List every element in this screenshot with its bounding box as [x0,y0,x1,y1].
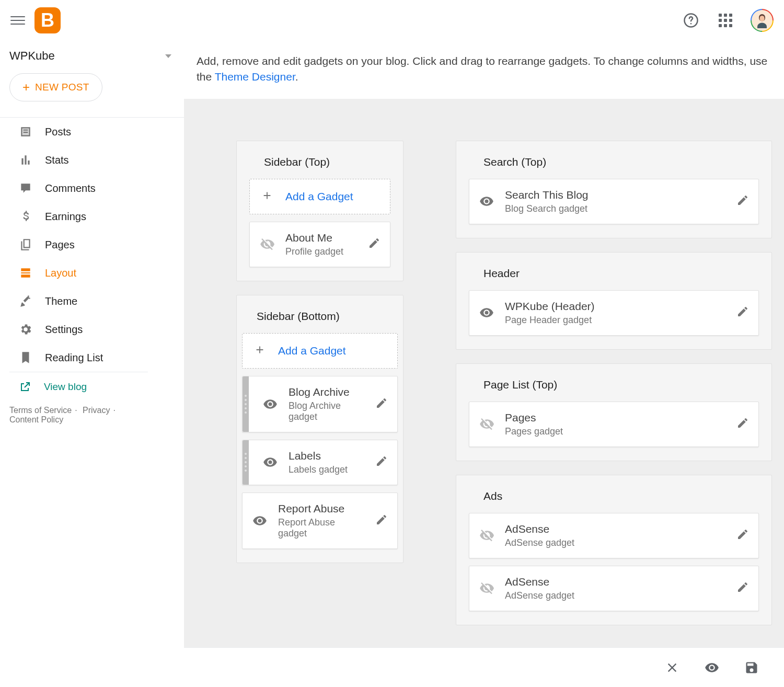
help-icon[interactable] [682,11,700,30]
nav-earnings[interactable]: Earnings [0,202,184,231]
gadget-title: AdSense [505,523,726,535]
edit-gadget-button[interactable] [736,528,749,543]
new-post-button[interactable]: + NEW POST [9,73,102,101]
edit-gadget-button[interactable] [375,455,388,470]
edit-gadget-button[interactable] [736,581,749,596]
gadget-card[interactable]: Report AbuseReport Abuse gadget [242,493,398,549]
gadget-title: Labels [289,450,365,462]
section-title: Ads [483,490,759,502]
visibility-on-icon [479,305,494,320]
gadget-subtitle: Page Header gadget [505,315,726,326]
visibility-off-icon [259,237,275,251]
gadget-title: Search This Blog [505,189,726,201]
section-title: Sidebar (Bottom) [257,310,398,323]
visibility-off-icon [479,581,494,596]
gadget-title: Blog Archive [289,386,365,398]
gadget-card[interactable]: AdSenseAdSense gadget [469,513,759,558]
gadget-subtitle: AdSense gadget [505,590,726,601]
section-title: Search (Top) [483,156,759,168]
gadget-subtitle: Labels gadget [289,464,365,475]
main-content: Add, remove and edit gadgets on your blo… [184,41,784,687]
visibility-off-icon [479,528,494,543]
edit-gadget-button[interactable] [375,397,388,411]
plus-icon [254,344,266,358]
section-title: Page List (Top) [483,379,759,391]
privacy-link[interactable]: Privacy [83,406,110,415]
gadget-subtitle: Blog Search gadget [505,203,726,214]
footer-links: Terms of Service· Privacy· Content Polic… [0,402,184,429]
sidebar: WPKube + NEW POST Posts Stats Comments E… [0,41,184,687]
theme-designer-link[interactable]: Theme Designer [215,71,295,83]
gadget-card[interactable]: Blog ArchiveBlog Archive gadget [242,376,398,432]
terms-link[interactable]: Terms of Service [9,406,72,415]
preview-button[interactable] [705,660,719,675]
nav-comments[interactable]: Comments [0,174,184,202]
nav-posts[interactable]: Posts [0,118,184,146]
chevron-down-icon [165,54,171,58]
gadget-card[interactable]: LabelsLabels gadget [242,440,398,485]
blog-selector[interactable]: WPKube [0,41,184,73]
bottom-action-bar [184,647,784,687]
section-title: Sidebar (Top) [264,156,390,168]
section-search-top: Search (Top)Search This BlogBlog Search … [456,141,772,238]
plus-icon [261,190,273,203]
layout-canvas: Sidebar (Top)Add a GadgetAbout MeProfile… [184,99,784,687]
edit-gadget-button[interactable] [736,194,749,209]
visibility-on-icon [479,194,494,209]
gadget-title: Pages [505,411,726,424]
gadget-subtitle: Pages gadget [505,426,726,437]
info-bar: Add, remove and edit gadgets on your blo… [184,41,784,99]
gadget-card[interactable]: AdSenseAdSense gadget [469,566,759,611]
gadget-title: About Me [285,232,358,244]
gadget-subtitle: Blog Archive gadget [289,400,365,422]
visibility-on-icon [262,397,278,411]
edit-gadget-button[interactable] [736,305,749,320]
nav-settings[interactable]: Settings [0,315,184,344]
section-ads: AdsAdSenseAdSense gadgetAdSenseAdSense g… [456,475,772,625]
gadget-card[interactable]: About MeProfile gadget [249,222,390,267]
menu-icon[interactable] [10,13,25,28]
section-sidebar-bottom: Sidebar (Bottom)Add a GadgetBlog Archive… [236,295,403,563]
add-gadget-button[interactable]: Add a Gadget [242,333,398,369]
nav-stats[interactable]: Stats [0,146,184,174]
nav-reading-list[interactable]: Reading List [0,344,184,372]
section-sidebar-top: Sidebar (Top)Add a GadgetAbout MeProfile… [236,141,403,281]
save-button[interactable] [744,660,759,675]
visibility-on-icon [262,455,278,470]
nav-theme[interactable]: Theme [0,287,184,315]
edit-gadget-button[interactable] [375,513,388,528]
edit-gadget-button[interactable] [368,237,381,251]
drag-handle[interactable] [243,376,249,432]
top-bar: B [0,0,784,41]
section-title: Header [483,267,759,280]
nav-layout[interactable]: Layout [0,259,184,287]
svg-point-1 [690,23,692,25]
plus-icon: + [22,81,30,94]
view-blog-link[interactable]: View blog [0,372,184,402]
gadget-card[interactable]: WPKube (Header)Page Header gadget [469,290,759,336]
gadget-card[interactable]: PagesPages gadget [469,402,759,447]
gadget-title: Report Abuse [278,502,365,515]
gadget-subtitle: Report Abuse gadget [278,517,365,539]
section-header: HeaderWPKube (Header)Page Header gadget [456,252,772,350]
add-gadget-button[interactable]: Add a Gadget [249,179,390,214]
gadget-title: AdSense [505,576,726,588]
blogger-logo[interactable]: B [34,7,61,33]
discard-button[interactable] [665,660,679,675]
gadget-subtitle: Profile gadget [285,246,358,257]
edit-gadget-button[interactable] [736,417,749,431]
gadget-card[interactable]: Search This BlogBlog Search gadget [469,179,759,224]
visibility-on-icon [252,513,268,528]
gadget-title: WPKube (Header) [505,300,726,313]
content-policy-link[interactable]: Content Policy [9,415,63,424]
blog-name: WPKube [9,49,55,63]
section-page-list: Page List (Top)PagesPages gadget [456,363,772,461]
account-avatar[interactable] [751,9,774,32]
gadget-subtitle: AdSense gadget [505,537,726,548]
visibility-off-icon [479,417,494,431]
apps-icon[interactable] [716,11,735,30]
nav-pages[interactable]: Pages [0,231,184,259]
drag-handle[interactable] [243,440,249,485]
